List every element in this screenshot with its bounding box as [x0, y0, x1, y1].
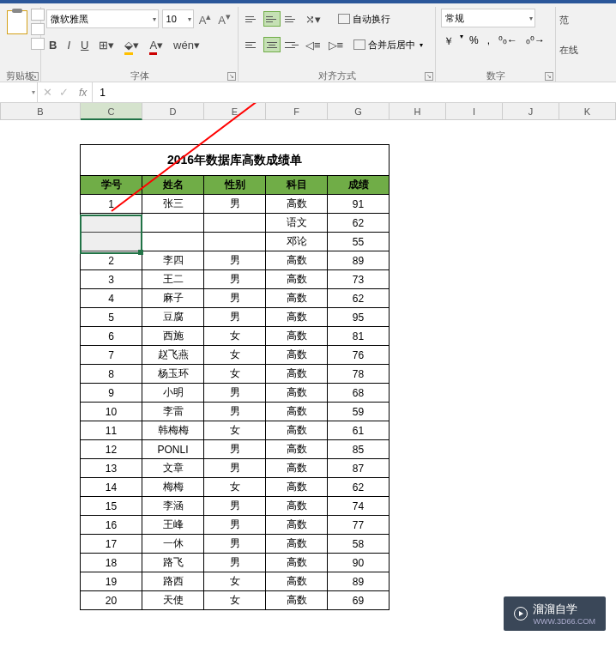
align-bottom-button[interactable]	[283, 11, 300, 27]
bold-button[interactable]: B	[46, 37, 59, 53]
table-cell[interactable]: 高数	[266, 327, 328, 346]
table-cell[interactable]: 20	[81, 591, 142, 610]
table-cell[interactable]	[142, 233, 204, 251]
font-size-select[interactable]: 10 ▾	[162, 9, 194, 28]
align-launcher[interactable]: ↘	[425, 72, 433, 81]
table-cell[interactable]: 高数	[266, 421, 328, 440]
table-cell[interactable]: 2	[81, 251, 142, 270]
table-cell[interactable]: 高数	[266, 270, 328, 289]
confirm-icon[interactable]: ✓	[59, 86, 69, 99]
table-cell[interactable]: 89	[328, 251, 390, 270]
table-cell[interactable]: 男	[204, 308, 266, 327]
align-left-button[interactable]	[244, 37, 261, 52]
table-cell[interactable]: 女	[204, 346, 266, 365]
table-cell[interactable]: 男	[204, 516, 266, 535]
italic-button[interactable]: I	[64, 37, 73, 53]
table-cell[interactable]: 女	[204, 478, 266, 497]
table-cell[interactable]: 17	[81, 535, 142, 554]
increase-indent-button[interactable]: ▷≡	[326, 37, 347, 53]
table-cell[interactable]: 高数	[266, 440, 328, 459]
table-header[interactable]: 性别	[204, 176, 266, 195]
table-cell[interactable]: 8	[81, 365, 142, 384]
table-cell[interactable]: 高数	[266, 516, 328, 535]
table-header[interactable]: 成绩	[328, 176, 390, 195]
table-cell[interactable]: 9	[81, 384, 142, 403]
table-cell[interactable]: 高数	[266, 384, 328, 403]
table-cell[interactable]: 高数	[266, 251, 328, 270]
table-cell[interactable]: 李涵	[142, 497, 204, 516]
decrease-font-button[interactable]: A▾	[216, 11, 233, 27]
table-cell[interactable]: 62	[328, 214, 390, 233]
currency-button[interactable]: ￥	[441, 33, 456, 51]
wrap-text-button[interactable]: 自动换行	[338, 13, 390, 26]
fx-label[interactable]: fx	[74, 82, 93, 102]
table-cell[interactable]: 女	[204, 421, 266, 440]
table-cell[interactable]: 一休	[142, 535, 204, 554]
table-cell[interactable]: PONLI	[142, 440, 204, 459]
table-cell[interactable]: 高数	[266, 572, 328, 591]
table-cell[interactable]: 男	[204, 289, 266, 308]
table-cell[interactable]: 高数	[266, 478, 328, 497]
table-cell[interactable]: 7	[81, 346, 142, 365]
table-cell[interactable]: 李四	[142, 251, 204, 270]
table-cell[interactable]: 3	[81, 270, 142, 289]
table-cell[interactable]: 高数	[266, 346, 328, 365]
table-cell[interactable]: 5	[81, 308, 142, 327]
table-title[interactable]: 2016年数据库高数成绩单	[81, 145, 390, 176]
table-cell[interactable]: 55	[328, 233, 390, 251]
table-cell[interactable]: 邓论	[266, 233, 328, 251]
border-button[interactable]: ⊞▾	[96, 37, 117, 53]
table-cell[interactable]: 89	[328, 572, 390, 591]
font-launcher[interactable]: ↘	[227, 72, 236, 81]
align-right-button[interactable]	[283, 37, 300, 52]
table-cell[interactable]: 高数	[266, 308, 328, 327]
table-cell[interactable]: 62	[328, 478, 390, 497]
table-cell[interactable]: 女	[204, 591, 266, 610]
column-header-h[interactable]: H	[390, 103, 446, 120]
table-cell[interactable]	[142, 214, 204, 233]
table-cell[interactable]: 76	[328, 346, 390, 365]
table-cell[interactable]: 90	[328, 554, 390, 572]
table-cell[interactable]: 19	[81, 572, 142, 591]
table-cell[interactable]: 69	[328, 591, 390, 610]
table-cell[interactable]: 14	[81, 478, 142, 497]
table-cell[interactable]: 路飞	[142, 554, 204, 572]
table-cell[interactable]: 天使	[142, 591, 204, 610]
column-header-k[interactable]: K	[559, 103, 616, 120]
table-cell[interactable]: 杨玉环	[142, 365, 204, 384]
table-cell[interactable]: 男	[204, 554, 266, 572]
table-cell[interactable]: 男	[204, 403, 266, 421]
increase-font-button[interactable]: A▴	[197, 11, 214, 27]
table-cell[interactable]: 68	[328, 384, 390, 403]
column-header-f[interactable]: F	[266, 103, 328, 120]
fill-color-button[interactable]: ⬙▾	[122, 37, 142, 53]
table-cell[interactable]: 77	[328, 516, 390, 535]
table-cell[interactable]: 王峰	[142, 516, 204, 535]
table-cell[interactable]	[204, 233, 266, 251]
table-cell[interactable]: 文章	[142, 459, 204, 478]
table-cell[interactable]: 81	[328, 327, 390, 346]
table-cell[interactable]: 路西	[142, 572, 204, 591]
table-cell[interactable]: 王二	[142, 270, 204, 289]
table-cell[interactable]: 小明	[142, 384, 204, 403]
table-cell[interactable]: 语文	[266, 214, 328, 233]
table-cell[interactable]: 男	[204, 497, 266, 516]
column-header-b[interactable]: B	[1, 103, 81, 120]
table-cell[interactable]: 高数	[266, 195, 328, 214]
phonetic-button[interactable]: wén▾	[171, 37, 202, 53]
table-cell[interactable]: 高数	[266, 554, 328, 572]
table-cell[interactable]: 95	[328, 308, 390, 327]
table-cell[interactable]	[204, 214, 266, 233]
table-cell[interactable]: 豆腐	[142, 308, 204, 327]
table-cell[interactable]: 李雷	[142, 403, 204, 421]
table-cell[interactable]: 91	[328, 195, 390, 214]
table-cell[interactable]: 87	[328, 459, 390, 478]
table-cell[interactable]: 韩梅梅	[142, 421, 204, 440]
table-cell[interactable]: 73	[328, 270, 390, 289]
table-cell[interactable]: 18	[81, 554, 142, 572]
table-cell[interactable]: 高数	[266, 403, 328, 421]
table-cell[interactable]: 西施	[142, 327, 204, 346]
table-cell[interactable]: 麻子	[142, 289, 204, 308]
table-cell[interactable]: 高数	[266, 535, 328, 554]
comma-button[interactable]: ,	[485, 33, 492, 51]
